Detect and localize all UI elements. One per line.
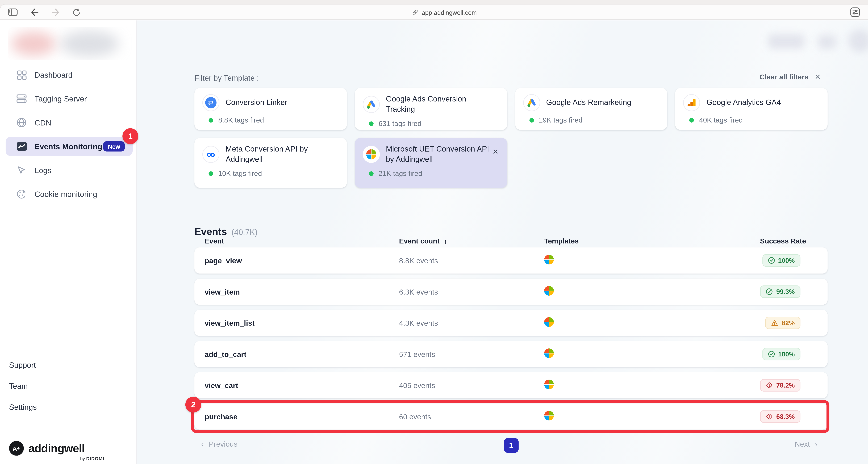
- sidebar-link-team[interactable]: Team: [9, 382, 37, 390]
- green-status-dot: [209, 172, 213, 176]
- green-status-dot: [369, 172, 373, 176]
- sidebar: Dashboard Tagging Server CDN: [0, 21, 136, 464]
- sidebar-toggle-icon[interactable]: [8, 8, 18, 16]
- event-name: view_item: [205, 287, 399, 296]
- previous-page-button[interactable]: ‹ Previous: [201, 440, 238, 448]
- event-count: 60 events: [399, 412, 544, 421]
- blurred-control: [768, 34, 804, 49]
- google-analytics-icon: [683, 94, 700, 111]
- success-rate-badge: 78.2%: [761, 379, 801, 392]
- template-card-meta-conversion-api[interactable]: ∞ Meta Conversion API by Addingwell 10K …: [194, 138, 347, 188]
- sidebar-item-dashboard[interactable]: Dashboard: [6, 65, 133, 85]
- success-rate-badge: 100%: [762, 348, 800, 360]
- success-rate-badge: 68.3%: [761, 410, 801, 423]
- event-name: view_cart: [205, 381, 399, 389]
- meta-icon: ∞: [203, 146, 219, 163]
- page-1-button[interactable]: 1: [504, 438, 518, 453]
- blurred-avatar: [848, 30, 868, 52]
- green-status-dot: [209, 118, 213, 122]
- microsoft-template-icon: [544, 254, 760, 266]
- error-diamond-icon: [766, 413, 773, 420]
- sort-ascending-icon: ↑: [443, 237, 447, 245]
- chevron-left-icon: ‹: [201, 440, 204, 448]
- column-success-rate: Success Rate: [760, 237, 806, 245]
- google-ads-icon: [523, 94, 540, 111]
- check-circle-icon: [768, 257, 775, 264]
- chevron-right-icon: ›: [815, 440, 817, 448]
- link-icon: [412, 9, 418, 15]
- sidebar-item-cdn[interactable]: CDN: [6, 113, 133, 132]
- events-table-body: page_view 8.8K events 100% view_item 6.3…: [194, 248, 828, 430]
- check-circle-icon: [768, 351, 775, 357]
- annotation-step-1: 1: [122, 128, 138, 144]
- workspace-logo-blurred: [8, 27, 134, 60]
- forward-icon[interactable]: [52, 8, 60, 16]
- sidebar-item-label: Logs: [35, 166, 51, 174]
- sidebar-nav: Dashboard Tagging Server CDN: [6, 65, 133, 208]
- page-settings-icon[interactable]: [850, 7, 860, 17]
- column-event: Event: [205, 237, 399, 245]
- template-card-google-analytics-ga4[interactable]: Google Analytics GA4 40K tags fired: [675, 88, 828, 130]
- clear-all-filters-button[interactable]: Clear all filters ✕: [760, 72, 821, 81]
- error-diamond-icon: [766, 382, 773, 389]
- events-total-count: (40.7K): [231, 228, 258, 236]
- next-page-button[interactable]: Next ›: [795, 440, 817, 448]
- event-name: view_item_list: [205, 319, 399, 327]
- event-count: 8.8K events: [399, 256, 544, 265]
- event-name: purchase: [205, 412, 399, 421]
- filter-by-template-label: Filter by Template :: [194, 74, 259, 82]
- sidebar-link-support[interactable]: Support: [9, 361, 37, 370]
- sidebar-link-settings[interactable]: Settings: [9, 403, 37, 411]
- event-count: 571 events: [399, 350, 544, 358]
- cookie-icon: [16, 189, 27, 199]
- new-badge: New: [103, 141, 125, 151]
- sidebar-item-cookie-monitoring[interactable]: Cookie monitoring: [6, 184, 133, 204]
- table-row-view-cart[interactable]: view_cart 405 events 78.2%: [194, 372, 828, 398]
- screenshot-stage: app.addingwell.com: [0, 0, 868, 464]
- address-bar[interactable]: app.addingwell.com: [412, 4, 477, 20]
- table-row-view-item-list[interactable]: view_item_list 4.3K events 82%: [194, 310, 828, 336]
- event-name: add_to_cart: [205, 350, 399, 358]
- pagination: ‹ Previous 1 Next ›: [194, 438, 828, 454]
- template-filter-cards: ⇄ Conversion Linker 8.8K tags fired: [194, 88, 828, 188]
- sidebar-footer: Support Team Settings: [9, 361, 37, 424]
- remove-filter-icon[interactable]: ✕: [492, 148, 499, 156]
- microsoft-icon: [363, 146, 380, 163]
- success-rate-badge: 82%: [765, 317, 801, 329]
- addingwell-wordmark: addingwell: [28, 442, 85, 455]
- table-row-add-to-cart[interactable]: add_to_cart 571 events 100%: [194, 341, 828, 367]
- success-rate-badge: 99.3%: [761, 285, 801, 298]
- sidebar-item-label: Dashboard: [35, 71, 72, 79]
- microsoft-template-icon: [544, 286, 760, 298]
- sidebar-item-tagging-server[interactable]: Tagging Server: [6, 89, 133, 109]
- back-icon[interactable]: [31, 8, 38, 16]
- check-circle-icon: [766, 288, 773, 295]
- cursor-icon: [16, 166, 27, 175]
- warning-triangle-icon: [771, 319, 778, 326]
- template-card-google-ads-conversion-tracking[interactable]: Google Ads Conversion Tracking 631 tags …: [355, 88, 507, 130]
- close-icon: ✕: [815, 72, 821, 81]
- main-content: Filter by Template : Clear all filters ✕…: [136, 21, 868, 464]
- annotation-step-2: 2: [185, 397, 201, 412]
- column-templates: Templates: [544, 237, 760, 245]
- template-card-google-ads-remarketing[interactable]: Google Ads Remarketing 19K tags fired: [515, 88, 668, 130]
- microsoft-template-icon: [544, 317, 760, 329]
- reload-icon[interactable]: [72, 8, 81, 16]
- events-table-header: Event Event count ↑ Templates Success Ra…: [194, 235, 828, 247]
- table-row-view-item[interactable]: view_item 6.3K events 99.3%: [194, 279, 828, 304]
- server-icon: [16, 94, 27, 103]
- event-name: page_view: [205, 256, 399, 265]
- template-card-conversion-linker[interactable]: ⇄ Conversion Linker 8.8K tags fired: [194, 88, 347, 130]
- sidebar-item-label: CDN: [35, 118, 51, 127]
- column-event-count[interactable]: Event count ↑: [399, 237, 544, 245]
- sidebar-item-events-monitoring[interactable]: Events Monitoring New: [6, 137, 133, 156]
- url-text: app.addingwell.com: [422, 9, 477, 16]
- table-row-page-view[interactable]: page_view 8.8K events 100%: [194, 248, 828, 273]
- sidebar-item-logs[interactable]: Logs: [6, 161, 133, 180]
- template-card-microsoft-uet[interactable]: Microsoft UET Conversion API by Addingwe…: [355, 138, 507, 188]
- addingwell-logo: A+ addingwell by DIDOMI: [9, 441, 104, 461]
- green-status-dot: [689, 118, 694, 122]
- event-count: 405 events: [399, 381, 544, 389]
- green-status-dot: [529, 118, 534, 122]
- table-row-purchase[interactable]: purchase 60 events 68.3%: [194, 404, 828, 430]
